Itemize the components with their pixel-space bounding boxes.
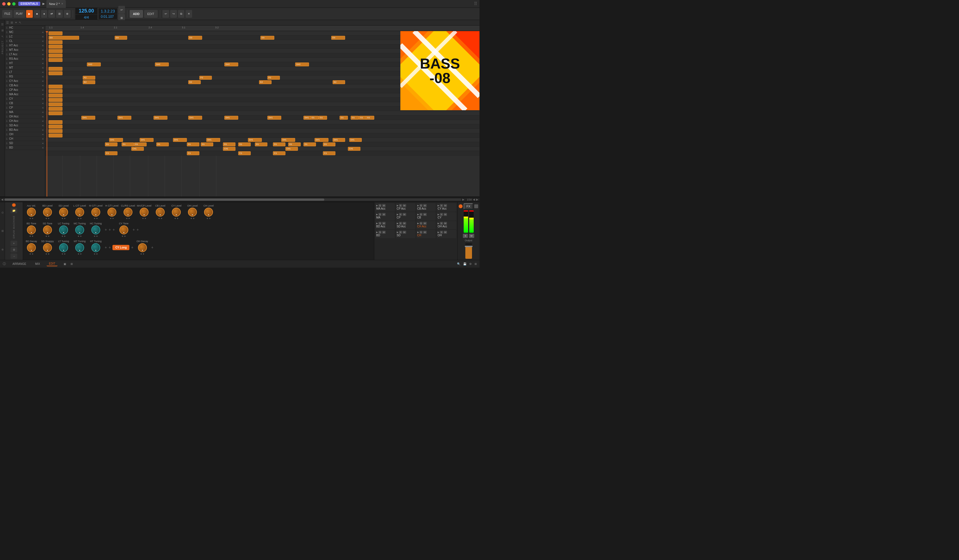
- dm-icon2[interactable]: ⊞: [0, 229, 5, 233]
- pattern-block[interactable]: D1: [134, 142, 147, 146]
- grid-row-25[interactable]: D1D1D1D1D1D1D1D1D1D1D1D1D1: [45, 142, 480, 146]
- tab-edit[interactable]: EDIT: [47, 261, 57, 266]
- pattern-block[interactable]: D1: [323, 142, 335, 146]
- pattern-block[interactable]: D3: [331, 36, 345, 40]
- ch-bd-acc-m[interactable]: M: [382, 222, 386, 225]
- pattern-block[interactable]: [49, 102, 62, 107]
- knob-mt-tuning-ctrl[interactable]: [75, 243, 84, 252]
- pattern-block-g1[interactable]: G1: [339, 116, 348, 120]
- track-sort-icon[interactable]: ☰: [6, 21, 9, 24]
- ch-ma-acc-m[interactable]: M: [382, 204, 386, 207]
- ch-sd-s[interactable]: S: [399, 231, 402, 234]
- pattern-block[interactable]: [49, 125, 62, 129]
- sidebar-list-icon[interactable]: ☰: [0, 22, 5, 26]
- ch-ma-acc-play[interactable]: ▶: [376, 204, 378, 207]
- track-mute-icon[interactable]: ◄: [41, 75, 44, 78]
- ch-oh-play[interactable]: ▶: [438, 231, 439, 234]
- track-mute-icon[interactable]: ◄: [41, 111, 44, 113]
- ch-ch-acc-m[interactable]: M: [423, 222, 427, 225]
- window-controls[interactable]: [2, 2, 16, 6]
- pattern-block[interactable]: D#1: [315, 138, 328, 142]
- ch-bd-m[interactable]: M: [382, 231, 386, 234]
- pattern-block-g1[interactable]: G1: [311, 116, 319, 120]
- ch-oh-m[interactable]: M: [444, 231, 447, 234]
- file-button[interactable]: FILE: [2, 10, 13, 18]
- track-mute-icon[interactable]: ◄: [41, 31, 44, 33]
- ch-oh-acc-play[interactable]: ▶: [438, 222, 439, 224]
- track-mute-icon[interactable]: ◄: [41, 146, 44, 149]
- dm-plus-5[interactable]: +: [137, 228, 139, 232]
- pattern-block-g1[interactable]: G1: [319, 116, 327, 120]
- ch-cb-acc-s[interactable]: S: [419, 204, 422, 207]
- dm-folder-btn[interactable]: 📁: [11, 208, 17, 213]
- track-row-cy-acc[interactable]: 1 CY Acc ◄: [5, 79, 45, 83]
- ch-sd-acc-m[interactable]: M: [403, 222, 406, 225]
- dm-plus-8[interactable]: +: [131, 245, 133, 249]
- tab-close-btn[interactable]: ×: [61, 2, 63, 5]
- ch-cy-m[interactable]: M: [444, 213, 447, 216]
- pattern-block-g1[interactable]: G1: [350, 116, 359, 120]
- zoom-out[interactable]: ◀: [473, 198, 475, 201]
- ch-bd-acc-play[interactable]: ▶: [376, 222, 378, 224]
- pattern-block[interactable]: [49, 40, 62, 44]
- fx-button[interactable]: FX: [464, 203, 473, 209]
- ch-cb-acc-play[interactable]: ▶: [417, 204, 419, 207]
- redo-button[interactable]: ↪: [170, 10, 177, 18]
- ch-cp-acc-play[interactable]: ▶: [397, 204, 398, 207]
- knob-hct-level-ctrl[interactable]: [107, 208, 116, 216]
- dm-settings-btn[interactable]: ⚙: [11, 247, 17, 252]
- sidebar-cursor-icon[interactable]: ↖: [0, 34, 5, 38]
- track-row-mt-acc[interactable]: 1 MT Acc ◄: [5, 48, 45, 52]
- pattern-block[interactable]: [49, 85, 62, 89]
- ch-ch-m[interactable]: M: [423, 231, 427, 234]
- pattern-block[interactable]: G#1: [225, 116, 238, 120]
- knob-ch-level-ctrl[interactable]: [204, 208, 213, 216]
- track-mute-icon[interactable]: ◄: [41, 62, 44, 65]
- track-mute-icon[interactable]: ◄: [41, 142, 44, 145]
- track-row-ch-acc[interactable]: 1 CH Acc ◄: [5, 119, 45, 123]
- save-icon[interactable]: 💾: [463, 262, 467, 266]
- ch-ch-play[interactable]: ▶: [417, 231, 419, 234]
- dm-plus-1[interactable]: +: [105, 228, 107, 232]
- track-row-cb[interactable]: 1 CB ◄: [5, 101, 45, 105]
- dm-plus-3[interactable]: +: [112, 228, 115, 232]
- pattern-block[interactable]: [49, 67, 62, 71]
- ch-cb-acc-m[interactable]: M: [423, 204, 427, 207]
- track-row-cb-acc[interactable]: 1 CB Acc ◄: [5, 83, 45, 88]
- pattern-block[interactable]: F2: [83, 76, 95, 80]
- pattern-block[interactable]: G#1: [188, 116, 202, 120]
- pattern-block[interactable]: D1: [303, 142, 316, 146]
- grid-row-26[interactable]: C#1C#1C#1C#1: [45, 146, 480, 151]
- ch-cp-acc-m[interactable]: M: [403, 204, 406, 207]
- dm-icon1[interactable]: ⊙: [0, 210, 5, 214]
- pattern-block[interactable]: D3: [49, 36, 79, 40]
- pattern-block[interactable]: D#1: [281, 138, 295, 142]
- pattern-block[interactable]: E2: [259, 80, 272, 84]
- grid-row-22[interactable]: [45, 129, 480, 133]
- pattern-block[interactable]: D1: [238, 142, 251, 146]
- cy-long-button[interactable]: CY Long: [112, 245, 129, 250]
- knob-oh-decay-ctrl[interactable]: [138, 243, 147, 252]
- pattern-block[interactable]: D3: [260, 36, 274, 40]
- dm-plus-2[interactable]: +: [108, 228, 111, 232]
- knob-acc-vol-ctrl[interactable]: [27, 208, 36, 216]
- ch-ch-s[interactable]: S: [419, 231, 422, 234]
- knob-lt-tuning-ctrl[interactable]: [59, 243, 68, 252]
- current-tab[interactable]: New 2 * ×: [46, 0, 66, 8]
- knob-macp-level-ctrl[interactable]: [140, 208, 148, 216]
- track-row-cp-acc[interactable]: 1 CP Acc ◄: [5, 88, 45, 92]
- settings-icon[interactable]: ⚙: [469, 262, 472, 266]
- knob-mct-level-ctrl[interactable]: [91, 208, 100, 216]
- knob-sd-snappy-ctrl[interactable]: [43, 243, 52, 252]
- minimize-btn[interactable]: [7, 2, 11, 6]
- pattern-block[interactable]: E2: [83, 80, 95, 84]
- pattern-block[interactable]: E2: [188, 80, 201, 84]
- ch-sd-play[interactable]: ▶: [397, 231, 398, 234]
- track-mute-icon[interactable]: ◄: [41, 137, 44, 140]
- track-mute-icon[interactable]: ◄: [41, 89, 44, 91]
- scroll-right[interactable]: ▶: [462, 198, 465, 201]
- track-link-icon[interactable]: ⚭: [15, 21, 17, 24]
- knob-mc-tuning-ctrl[interactable]: [75, 226, 84, 234]
- track-row-ht-acc[interactable]: 1 HT Acc ◄: [5, 43, 45, 48]
- overdub-button[interactable]: ⊕: [64, 10, 70, 18]
